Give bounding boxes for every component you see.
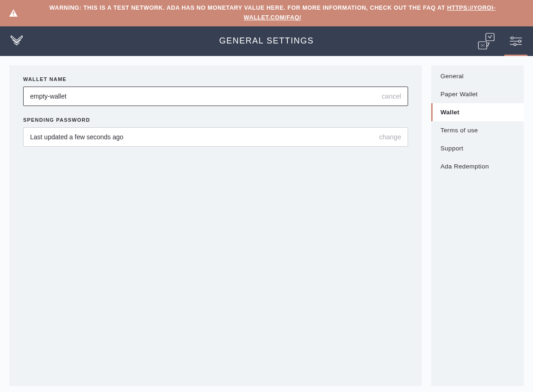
wallet-name-field-group: WALLET NAME cancel bbox=[23, 76, 408, 106]
svg-point-4 bbox=[482, 45, 483, 46]
wallet-name-cancel-button[interactable]: cancel bbox=[382, 93, 401, 100]
spending-password-label: SPENDING PASSWORD bbox=[23, 117, 408, 123]
svg-rect-1 bbox=[13, 15, 14, 16]
warning-icon bbox=[9, 9, 18, 17]
sidebar-item-ada-redemption[interactable]: Ada Redemption bbox=[431, 157, 524, 175]
svg-point-7 bbox=[481, 46, 482, 47]
settings-icon[interactable] bbox=[508, 26, 524, 56]
wallet-name-input-wrapper: cancel bbox=[23, 87, 408, 106]
svg-point-5 bbox=[481, 44, 482, 45]
spending-password-status: Last updated a few seconds ago bbox=[30, 133, 374, 141]
yoroi-logo-icon[interactable] bbox=[9, 33, 24, 50]
warning-text: WARNING: THIS IS A TEST NETWORK. ADA HAS… bbox=[21, 3, 524, 23]
sidebar-item-paper-wallet[interactable]: Paper Wallet bbox=[431, 85, 524, 103]
daedalus-transfer-icon[interactable] bbox=[476, 26, 497, 56]
sidebar-item-terms-of-use[interactable]: Terms of use bbox=[431, 121, 524, 139]
page-title: GENERAL SETTINGS bbox=[219, 36, 314, 46]
content-area: WALLET NAME cancel SPENDING PASSWORD Las… bbox=[0, 56, 533, 392]
svg-point-10 bbox=[511, 37, 514, 39]
spending-password-change-button[interactable]: change bbox=[379, 133, 401, 141]
svg-point-8 bbox=[483, 46, 484, 47]
svg-point-6 bbox=[483, 44, 484, 45]
sidebar-item-wallet[interactable]: Wallet bbox=[431, 103, 524, 121]
svg-point-14 bbox=[514, 43, 516, 45]
spending-password-field-group: SPENDING PASSWORD Last updated a few sec… bbox=[23, 117, 408, 147]
svg-point-12 bbox=[519, 40, 521, 42]
sidebar-item-general[interactable]: General bbox=[431, 65, 524, 85]
wallet-name-input[interactable] bbox=[30, 93, 377, 100]
spending-password-row: Last updated a few seconds ago change bbox=[23, 127, 408, 147]
sidebar-item-support[interactable]: Support bbox=[431, 139, 524, 157]
settings-sidebar: General Paper Wallet Wallet Terms of use… bbox=[431, 65, 524, 386]
svg-rect-0 bbox=[13, 12, 14, 14]
app-header: GENERAL SETTINGS bbox=[0, 26, 533, 56]
settings-main-panel: WALLET NAME cancel SPENDING PASSWORD Las… bbox=[9, 65, 422, 386]
test-network-warning-banner: WARNING: THIS IS A TEST NETWORK. ADA HAS… bbox=[0, 0, 533, 26]
svg-rect-2 bbox=[486, 33, 494, 41]
wallet-name-label: WALLET NAME bbox=[23, 76, 408, 82]
